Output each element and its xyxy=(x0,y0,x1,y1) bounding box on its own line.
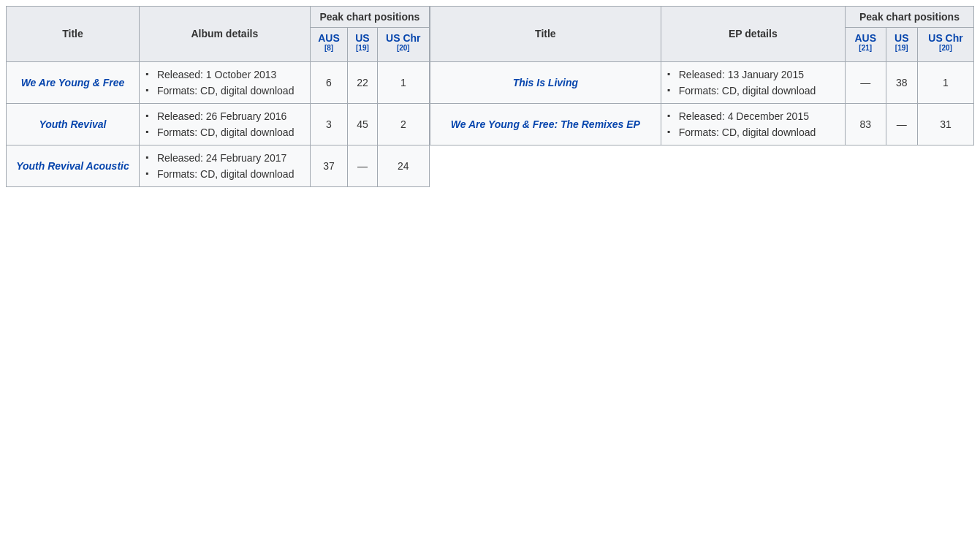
left-table-row: Youth Revival AcousticReleased: 24 Febru… xyxy=(7,145,430,186)
right-ep-header: EP details xyxy=(661,7,845,62)
right-title-header: Title xyxy=(430,7,661,62)
left-uschr-value: 2 xyxy=(377,103,429,145)
left-us-value: — xyxy=(348,145,377,186)
detail-item: Released: 26 February 2016 xyxy=(145,108,304,124)
detail-item: Formats: CD, digital download xyxy=(667,124,839,140)
detail-item: Formats: CD, digital download xyxy=(145,124,304,140)
detail-item: Formats: CD, digital download xyxy=(667,83,839,99)
left-us-value: 22 xyxy=(348,61,377,103)
right-aus-header: AUS [21] xyxy=(845,28,886,62)
right-table: Title EP details Peak chart positions AU… xyxy=(430,6,974,145)
right-us-value: 38 xyxy=(886,61,918,103)
left-us-value: 45 xyxy=(348,103,377,145)
left-album-header: Album details xyxy=(139,7,310,62)
detail-item: Released: 1 October 2013 xyxy=(145,67,304,83)
right-ep-details: Released: 4 December 2015Formats: CD, di… xyxy=(661,103,845,145)
left-aus-value: 3 xyxy=(310,103,348,145)
detail-item: Formats: CD, digital download xyxy=(145,83,304,99)
left-aus-header: AUS [8] xyxy=(310,28,348,62)
left-album-title: We Are Young & Free xyxy=(7,61,140,103)
left-uschr-value: 24 xyxy=(377,145,429,186)
left-album-details: Released: 26 February 2016Formats: CD, d… xyxy=(139,103,310,145)
page-wrapper: Title Album details Peak chart positions… xyxy=(0,0,980,552)
left-table-row: Youth RevivalReleased: 26 February 2016F… xyxy=(7,103,430,145)
left-peak-header: Peak chart positions xyxy=(310,7,429,28)
detail-item: Released: 24 February 2017 xyxy=(145,150,304,166)
left-album-title: Youth Revival Acoustic xyxy=(7,145,140,186)
right-us-value: — xyxy=(886,103,918,145)
left-album-details: Released: 24 February 2017Formats: CD, d… xyxy=(139,145,310,186)
right-uschr-value: 31 xyxy=(918,103,974,145)
left-us-header: US [19] xyxy=(348,28,377,62)
left-album-details: Released: 1 October 2013Formats: CD, dig… xyxy=(139,61,310,103)
right-table-row: This Is LivingReleased: 13 January 2015F… xyxy=(430,61,974,103)
right-ep-title: We Are Young & Free: The Remixes EP xyxy=(430,103,661,145)
right-uschr-value: 1 xyxy=(918,61,974,103)
left-uschr-header: US Chr [20] xyxy=(377,28,429,62)
right-aus-value: 83 xyxy=(845,103,886,145)
left-title-header: Title xyxy=(7,7,140,62)
left-aus-value: 37 xyxy=(310,145,348,186)
left-uschr-value: 1 xyxy=(377,61,429,103)
detail-item: Formats: CD, digital download xyxy=(145,166,304,182)
left-table: Title Album details Peak chart positions… xyxy=(6,6,430,187)
left-aus-value: 6 xyxy=(310,61,348,103)
right-us-header: US [19] xyxy=(886,28,918,62)
left-album-title: Youth Revival xyxy=(7,103,140,145)
detail-item: Released: 13 January 2015 xyxy=(667,67,839,83)
left-table-row: We Are Young & FreeReleased: 1 October 2… xyxy=(7,61,430,103)
right-peak-header: Peak chart positions xyxy=(845,7,973,28)
right-aus-value: — xyxy=(845,61,886,103)
right-table-row: We Are Young & Free: The Remixes EPRelea… xyxy=(430,103,974,145)
right-ep-details: Released: 13 January 2015Formats: CD, di… xyxy=(661,61,845,103)
right-ep-title: This Is Living xyxy=(430,61,661,103)
left-table-wrapper: Title Album details Peak chart positions… xyxy=(6,6,430,546)
right-uschr-header: US Chr [20] xyxy=(918,28,974,62)
detail-item: Released: 4 December 2015 xyxy=(667,108,839,124)
right-table-wrapper: Title EP details Peak chart positions AU… xyxy=(430,6,974,546)
